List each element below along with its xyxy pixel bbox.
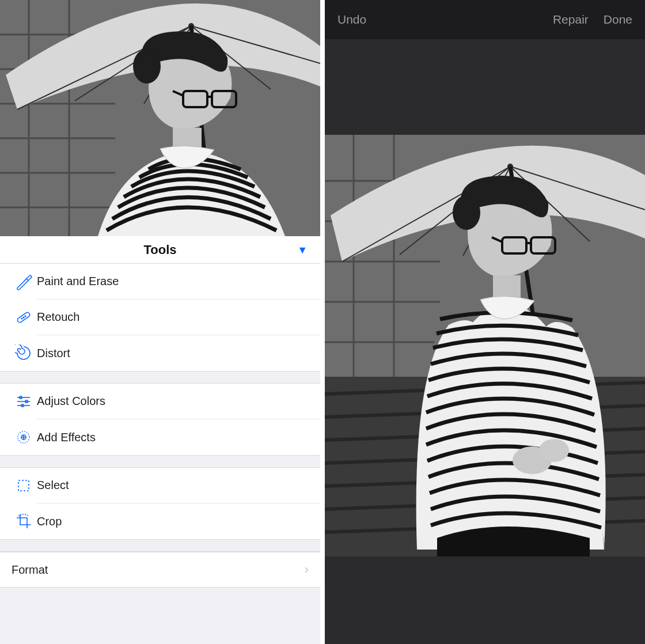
svg-point-11 xyxy=(133,49,161,84)
svg-point-19 xyxy=(23,317,24,318)
bandage-icon xyxy=(10,309,37,326)
tool-label: Retouch xyxy=(37,300,320,335)
tool-group-2: Adjust Colors Add Effects xyxy=(0,384,320,455)
tool-label: Distort xyxy=(37,335,320,371)
tool-label: Paint and Erase xyxy=(37,264,320,300)
tools-pane: Tools ▼ Paint and Erase Retouch xyxy=(0,0,320,644)
tool-label: Select xyxy=(37,468,320,503)
spiral-icon xyxy=(10,344,37,362)
section-gap xyxy=(0,371,320,384)
brush-icon xyxy=(10,273,37,290)
tool-adjust-colors[interactable]: Adjust Colors xyxy=(0,384,320,419)
dropdown-triangle-icon: ▼ xyxy=(297,244,308,256)
tools-header[interactable]: Tools ▼ xyxy=(0,236,320,264)
format-row[interactable]: Format › xyxy=(0,552,320,588)
repair-button[interactable]: Repair xyxy=(553,13,589,26)
tool-crop[interactable]: Crop xyxy=(0,503,320,539)
tool-label: Add Effects xyxy=(37,419,320,455)
select-icon xyxy=(10,477,37,494)
done-button[interactable]: Done xyxy=(604,13,632,26)
canvas-bottom-margin xyxy=(325,558,645,644)
tool-distort[interactable]: Distort xyxy=(0,335,320,371)
sliders-icon xyxy=(10,393,37,410)
undo-button[interactable]: Undo xyxy=(337,13,366,26)
canvas-top-margin xyxy=(325,39,645,135)
tool-label: Adjust Colors xyxy=(37,384,320,419)
svg-point-20 xyxy=(25,316,26,317)
pane-divider xyxy=(320,0,325,644)
tool-label: Crop xyxy=(37,503,320,539)
section-gap xyxy=(0,539,320,552)
tool-add-effects[interactable]: Add Effects xyxy=(0,419,320,455)
image-preview-cropped xyxy=(0,0,320,236)
editor-pane: Undo Repair Done xyxy=(325,0,645,644)
svg-point-50 xyxy=(453,195,480,230)
svg-rect-55 xyxy=(493,275,521,297)
svg-point-57 xyxy=(539,439,569,462)
tool-group-3: Select Crop xyxy=(0,468,320,539)
image-canvas[interactable] xyxy=(325,135,645,558)
crop-icon xyxy=(10,513,37,530)
tools-title: Tools xyxy=(143,243,176,257)
section-gap xyxy=(0,455,320,468)
format-label: Format xyxy=(12,563,305,577)
svg-point-18 xyxy=(21,318,22,319)
tool-retouch[interactable]: Retouch xyxy=(0,300,320,335)
chevron-right-icon: › xyxy=(305,562,309,577)
tool-select[interactable]: Select xyxy=(0,468,320,503)
svg-rect-31 xyxy=(18,480,29,491)
tool-paint-and-erase[interactable]: Paint and Erase xyxy=(0,264,320,300)
bottom-spacer xyxy=(0,588,320,644)
editor-toolbar: Undo Repair Done xyxy=(325,0,645,39)
tool-group-1: Paint and Erase Retouch Distort xyxy=(0,264,320,371)
sparkle-icon xyxy=(10,429,37,446)
